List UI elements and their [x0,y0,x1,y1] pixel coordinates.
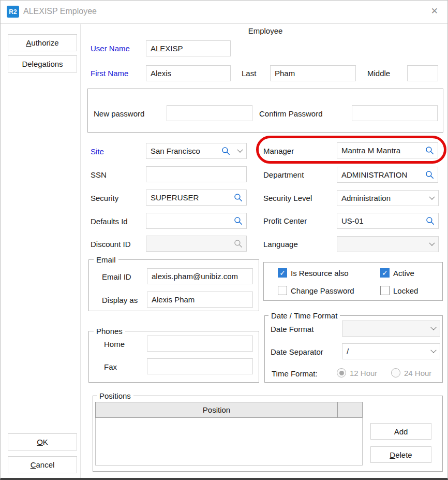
first-name-input[interactable] [146,65,231,81]
locked-checkbox[interactable]: Locked [380,286,418,295]
time-format-24h-label: 24 Hour [404,369,431,377]
is-resource-label: Is Resource also [291,269,349,278]
display-as-input[interactable] [147,292,253,308]
chevron-down-icon [426,237,438,252]
date-separator-value: / [342,347,427,356]
search-icon [233,239,243,249]
search-icon[interactable] [425,216,435,226]
middle-name-label: Middle [367,69,390,78]
positions-table-header-spacer [337,402,363,418]
site-value: San Francisco [146,147,221,155]
positions-group-legend: Positions [97,391,133,400]
last-name-label: Last [242,69,256,78]
home-phone-label: Home [104,340,125,348]
search-icon[interactable] [221,146,231,156]
first-name-label: First Name [91,69,128,78]
language-label: Language [263,240,298,249]
security-level-value: Administration [337,194,426,202]
user-name-input[interactable] [146,40,231,56]
window-title: ALEXISP Employee [23,7,97,16]
manager-value: Mantra M Mantra [337,146,425,155]
sidebar-divider [80,24,81,480]
positions-table-body[interactable] [95,418,363,466]
profit-center-label: Profit Center [263,216,307,225]
home-phone-input[interactable] [147,336,253,352]
time-format-24h-radio: 24 Hour [391,368,431,377]
phones-group-legend: Phones [94,327,125,336]
ssn-input[interactable] [146,166,247,182]
defaults-id-label: Defaults Id [91,217,128,226]
last-name-input[interactable] [270,65,356,81]
checkbox-icon [278,286,287,295]
add-position-button[interactable]: Add [370,423,431,440]
email-id-input[interactable] [147,268,253,284]
date-format-label: Date Format [271,325,313,333]
manager-combo[interactable]: Mantra M Mantra [337,142,438,158]
delete-position-button[interactable]: Delete [370,446,431,463]
email-id-label: Email ID [102,272,131,281]
security-combo[interactable]: SUPERUSER [146,190,247,206]
security-level-dropdown[interactable]: Administration [337,190,439,206]
active-label: Active [393,269,414,278]
confirm-password-label: Confirm Password [259,109,323,118]
ssn-label: SSN [91,170,107,179]
authorize-button[interactable]: Authorize [8,34,77,51]
checkbox-icon [380,286,390,295]
security-label: Security [91,194,118,202]
radio-icon [391,368,400,377]
fax-label: Fax [104,362,117,371]
department-label: Department [263,170,304,179]
profit-center-combo[interactable]: US-01 [337,213,439,229]
date-separator-dropdown[interactable]: / [342,343,440,359]
search-icon[interactable] [233,216,243,226]
search-icon[interactable] [425,146,435,155]
fax-input[interactable] [147,358,253,374]
profit-center-value: US-01 [337,216,425,225]
search-icon[interactable] [425,170,435,180]
user-name-label: User Name [91,44,130,53]
delegations-button[interactable]: Delegations [8,55,77,72]
confirm-password-input[interactable] [352,105,438,121]
new-password-input[interactable] [167,105,252,121]
department-value: ADMINISTRATION [337,170,425,179]
checkbox-icon [380,268,390,278]
active-checkbox[interactable]: Active [380,268,414,278]
form-heading: Employee [87,26,443,35]
email-group-legend: Email [94,255,118,264]
ok-button[interactable]: OK [8,433,77,450]
chevron-down-icon[interactable] [427,344,440,359]
employee-dialog: R2 ALEXISP Employee ✕ Authorize Delegati… [0,0,448,480]
chevron-down-icon[interactable] [426,191,438,206]
positions-table-header[interactable]: Position [95,402,338,418]
discount-id-combo [146,236,247,252]
new-password-label: New password [94,109,144,118]
chevron-down-icon[interactable] [234,143,246,158]
cancel-button[interactable]: Cancel [8,456,77,473]
discount-id-label: Discount ID [91,240,131,249]
date-format-dropdown [342,321,440,337]
department-combo[interactable]: ADMINISTRATION [337,167,438,183]
change-password-checkbox[interactable]: Change Password [278,286,354,295]
site-label: Site [91,147,104,156]
radio-icon [337,368,346,377]
checkbox-icon [278,268,287,278]
is-resource-checkbox[interactable]: Is Resource also [278,268,349,278]
change-password-label: Change Password [291,286,354,295]
display-as-label: Display as [102,296,138,304]
time-format-12h-radio: 12 Hour [337,368,377,377]
middle-name-input[interactable] [407,65,438,81]
close-icon[interactable]: ✕ [431,6,438,17]
titlebar: R2 ALEXISP Employee ✕ [1,1,447,24]
site-combo[interactable]: San Francisco [146,143,247,159]
manager-label: Manager [263,147,294,155]
chevron-down-icon [427,321,440,336]
locked-label: Locked [393,286,418,295]
language-dropdown [337,236,439,252]
datetime-group-legend: Date / Time Format [268,311,340,320]
time-format-12h-label: 12 Hour [350,369,377,377]
security-level-label: Security Level [263,194,312,202]
time-format-label: Time Format: [272,369,318,378]
defaults-id-combo[interactable] [146,213,247,229]
app-logo-icon: R2 [7,6,19,18]
search-icon[interactable] [233,193,243,202]
